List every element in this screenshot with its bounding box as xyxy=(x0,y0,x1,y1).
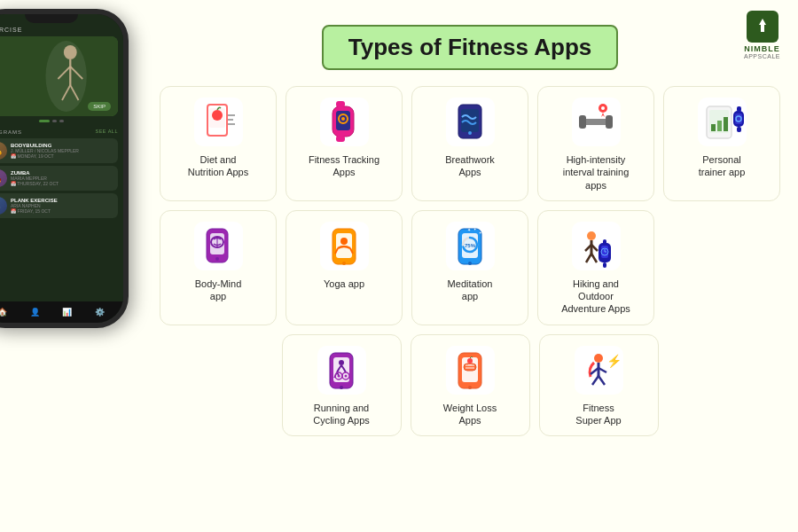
app-card-fitness-super[interactable]: ⚡ FitnessSuper App xyxy=(539,334,659,437)
svg-point-83 xyxy=(339,360,344,365)
app-card-hiking[interactable]: Hiking andOutdoorAdventure Apps xyxy=(537,210,654,325)
weight-loss-label: Weight LossApps xyxy=(443,402,497,427)
svg-rect-75 xyxy=(603,239,606,245)
body-mind-label: Body-Mindapp xyxy=(195,278,242,303)
main-content: NIMBLE APPSCALE Types of Fitness Apps xyxy=(142,0,798,532)
page-title-container: Types of Fitness Apps xyxy=(160,25,780,70)
svg-rect-66 xyxy=(572,222,621,270)
hiit-icon xyxy=(572,98,621,146)
program-date: 📅 THURSDAY, 22 OCT xyxy=(11,181,113,186)
svg-point-97 xyxy=(468,386,472,389)
svg-rect-21 xyxy=(336,136,345,142)
app-card-yoga[interactable]: Yoga app xyxy=(286,210,403,325)
programs-section-label: PROGRAMS xyxy=(0,129,22,135)
hiit-label: High-intensityinterval trainingapps xyxy=(563,153,630,192)
svg-point-99 xyxy=(594,354,603,363)
svg-point-87 xyxy=(344,374,347,377)
app-card-diet-nutrition[interactable]: Diet andNutrition Apps xyxy=(160,86,277,201)
skip-button[interactable]: SKIP xyxy=(88,102,111,111)
svg-rect-76 xyxy=(603,262,606,268)
page-title: Types of Fitness Apps xyxy=(322,25,619,70)
logo-brand: NIMBLE xyxy=(744,44,780,53)
diet-nutrition-label: Diet andNutrition Apps xyxy=(188,153,248,179)
program-avatar: 🏃 xyxy=(0,197,7,215)
svg-rect-41 xyxy=(737,127,741,132)
program-item-zumba[interactable]: 💃 ZUMBA MARIA MEPPLER 📅 THURSDAY, 22 OCT xyxy=(0,166,118,191)
phone-mockup: EXERCISE SKIP xyxy=(0,9,160,523)
breathwork-icon xyxy=(446,98,495,146)
app-card-body-mind[interactable]: Body-Mindapp xyxy=(160,210,277,325)
fitness-tracking-icon xyxy=(320,98,369,146)
svg-text:⚡: ⚡ xyxy=(606,354,622,369)
hiking-label: Hiking andOutdoorAdventure Apps xyxy=(561,278,630,316)
app-card-running-cycling[interactable]: Running andCycling Apps xyxy=(282,334,402,437)
see-all-link[interactable]: SEE ALL xyxy=(95,129,118,134)
svg-rect-29 xyxy=(606,115,613,129)
program-info: PLANK EXERCISE ARIA NAPHEN 📅 FRIDAY, 15 … xyxy=(11,198,113,214)
svg-point-67 xyxy=(587,231,596,240)
app-card-meditation[interactable]: 75% ✦ ✦ ✦ Meditationapp xyxy=(411,210,528,325)
hiking-icon xyxy=(572,222,621,270)
program-info: BODYBUILDING J. MÜLLER / NICOLAS MEPPLER… xyxy=(11,143,113,159)
personal-trainer-icon xyxy=(698,98,747,146)
personal-trainer-label: Personaltrainer app xyxy=(699,153,746,179)
yoga-icon xyxy=(320,222,369,270)
svg-rect-35 xyxy=(711,124,716,131)
svg-point-11 xyxy=(212,110,223,121)
program-date: 📅 MONDAY, 19 OCT xyxy=(11,153,113,159)
fitness-super-label: FitnessSuper App xyxy=(575,402,621,427)
running-cycling-icon xyxy=(317,346,366,395)
svg-point-85 xyxy=(337,374,340,377)
phone-screen: EXERCISE SKIP xyxy=(0,14,123,323)
svg-point-2 xyxy=(64,45,77,59)
running-cycling-label: Running andCycling Apps xyxy=(313,402,370,427)
logo-icon xyxy=(747,11,778,43)
svg-point-65 xyxy=(468,262,472,265)
meditation-label: Meditationapp xyxy=(448,278,493,303)
weight-loss-icon: ━━ xyxy=(446,346,495,395)
app-card-weight-loss[interactable]: ━━ Weight LossApps xyxy=(411,334,530,437)
svg-rect-20 xyxy=(336,101,345,107)
logo: NIMBLE APPSCALE xyxy=(744,11,780,59)
phone-notch xyxy=(25,14,78,23)
apps-grid: Diet andNutrition Apps Fitness TrackingA… xyxy=(160,86,780,436)
program-date: 📅 FRIDAY, 15 OCT xyxy=(11,208,113,214)
fitness-tracking-label: Fitness TrackingApps xyxy=(309,153,379,179)
program-avatar: 💃 xyxy=(0,169,7,187)
app-card-hiit[interactable]: High-intensityinterval trainingapps xyxy=(537,86,654,201)
svg-rect-36 xyxy=(717,121,722,131)
yoga-label: Yoga app xyxy=(324,278,364,290)
svg-rect-37 xyxy=(724,117,728,131)
breathwork-label: BreathworkApps xyxy=(445,153,495,179)
body-mind-icon xyxy=(194,222,243,270)
svg-point-55 xyxy=(342,262,346,265)
svg-point-88 xyxy=(340,386,343,389)
svg-point-19 xyxy=(341,117,345,121)
program-item-plank[interactable]: 🏃 PLANK EXERCISE ARIA NAPHEN 📅 FRIDAY, 1… xyxy=(0,193,118,218)
fitness-super-icon: ⚡ xyxy=(575,346,623,395)
svg-point-25 xyxy=(468,131,472,135)
exercise-label: EXERCISE xyxy=(0,27,118,33)
diet-nutrition-icon xyxy=(194,98,243,146)
svg-text:75%: 75% xyxy=(464,243,475,248)
svg-rect-40 xyxy=(737,106,741,112)
svg-rect-28 xyxy=(579,115,586,129)
app-card-personal-trainer[interactable]: Personaltrainer app xyxy=(663,86,780,201)
row3-container: Running andCycling Apps xyxy=(160,334,780,437)
program-info: ZUMBA MARIA MEPPLER 📅 THURSDAY, 22 OCT xyxy=(11,170,113,186)
svg-rect-27 xyxy=(583,119,609,125)
svg-point-31 xyxy=(601,106,605,110)
app-card-fitness-tracking[interactable]: Fitness TrackingApps xyxy=(286,86,403,201)
program-avatar: 💪 xyxy=(0,142,7,160)
phone-body: EXERCISE SKIP xyxy=(0,9,129,328)
svg-point-48 xyxy=(215,257,219,261)
logo-sub: APPSCALE xyxy=(744,53,780,59)
svg-point-52 xyxy=(340,238,348,245)
svg-text:✦: ✦ xyxy=(467,227,471,232)
app-card-breathwork[interactable]: BreathworkApps xyxy=(411,86,528,201)
meditation-icon: 75% ✦ ✦ ✦ xyxy=(446,222,495,270)
program-item-bodybuilding[interactable]: 💪 BODYBUILDING J. MÜLLER / NICOLAS MEPPL… xyxy=(0,138,118,163)
phone-hero-image: SKIP xyxy=(0,36,118,116)
